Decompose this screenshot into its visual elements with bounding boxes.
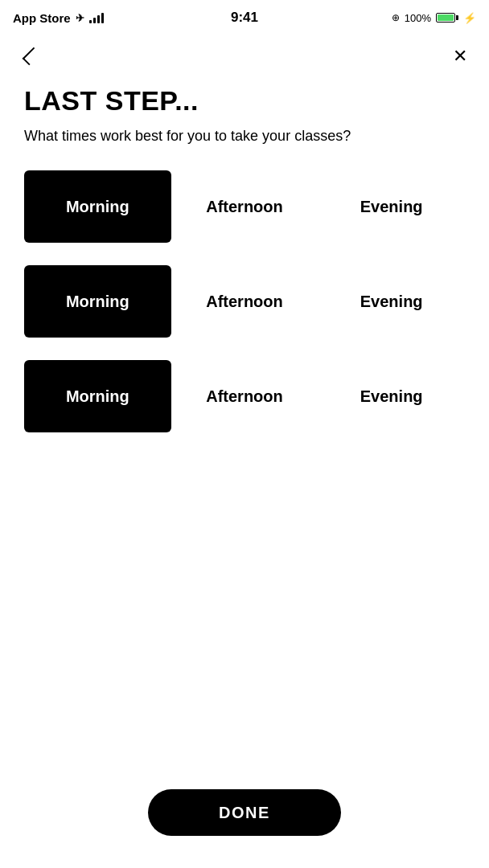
time-option-evening-3[interactable]: Evening [318, 360, 465, 432]
time-option-morning-1[interactable]: Morning [24, 170, 171, 243]
location-icon: ⊕ [392, 12, 400, 23]
time-option-morning-2[interactable]: Morning [24, 265, 171, 338]
nav-bar: ✕ [0, 35, 489, 77]
time-option-evening-2[interactable]: Evening [318, 265, 465, 338]
time-groups: Morning Afternoon Evening Morning Aftern… [24, 170, 465, 455]
status-left: App Store ✈ [13, 11, 104, 25]
back-nav-label: App Store [13, 11, 71, 25]
time-option-afternoon-2[interactable]: Afternoon [171, 265, 318, 338]
time-option-afternoon-1[interactable]: Afternoon [171, 170, 318, 243]
done-container: DONE [0, 789, 489, 836]
signal-bars [89, 12, 104, 23]
close-button[interactable]: ✕ [447, 43, 473, 69]
airplane-icon: ✈ [76, 12, 84, 24]
time-label: Evening [360, 198, 423, 216]
time-group-3: Morning Afternoon Evening [24, 360, 465, 432]
time-group-1: Morning Afternoon Evening [24, 170, 465, 243]
battery-percent: 100% [405, 12, 431, 24]
time-label: Morning [66, 293, 129, 311]
time-option-afternoon-3[interactable]: Afternoon [171, 360, 318, 432]
time-label: Morning [66, 387, 129, 406]
time-label: Evening [360, 387, 423, 406]
time-label: Evening [360, 293, 423, 311]
status-time: 9:41 [231, 10, 258, 26]
page-subtitle: What times work best for you to take you… [24, 126, 465, 146]
battery-icon [436, 13, 458, 23]
time-option-evening-1[interactable]: Evening [318, 170, 465, 243]
time-option-morning-3[interactable]: Morning [24, 360, 171, 432]
done-button[interactable]: DONE [148, 789, 341, 836]
back-button[interactable] [16, 43, 42, 69]
status-bar: App Store ✈ 9:41 ⊕ 100% ⚡ [0, 0, 489, 35]
page-title: LAST STEP... [24, 85, 465, 117]
status-right: ⊕ 100% ⚡ [392, 12, 476, 24]
time-label: Afternoon [206, 198, 283, 216]
close-icon: ✕ [453, 47, 467, 65]
time-label: Morning [66, 198, 129, 216]
charging-icon: ⚡ [463, 12, 476, 24]
time-label: Afternoon [206, 293, 283, 311]
main-content: LAST STEP... What times work best for yo… [0, 77, 489, 455]
time-group-2: Morning Afternoon Evening [24, 265, 465, 338]
chevron-left-icon [23, 47, 41, 66]
time-label: Afternoon [206, 387, 283, 406]
